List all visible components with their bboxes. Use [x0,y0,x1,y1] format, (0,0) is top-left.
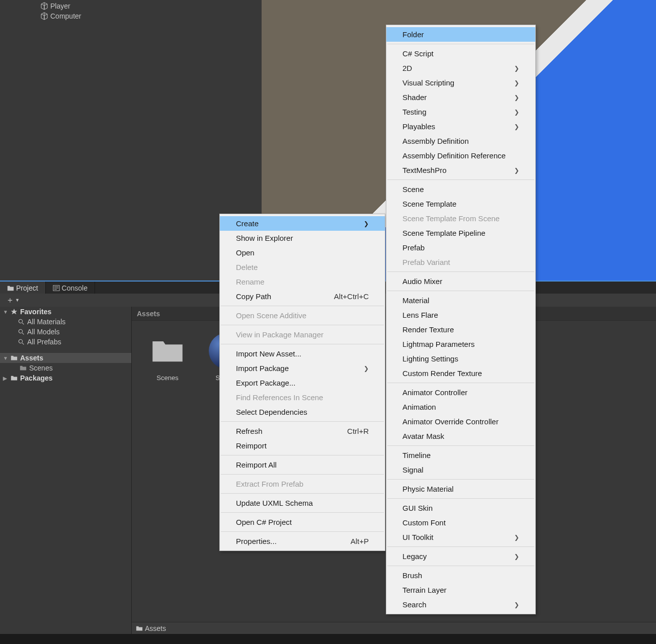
packages-section[interactable]: ▶ Packages [0,373,131,383]
tab-project[interactable]: Project [0,282,46,295]
context-menu-item[interactable]: Create❯ [220,216,385,231]
create-menu-item[interactable]: Folder [386,27,535,42]
menu-item-label: Terrain Layer [402,586,447,594]
create-menu-item[interactable]: Scene Template [386,197,535,211]
folder-icon [19,364,27,372]
hierarchy-item-player[interactable]: Player [0,1,262,11]
assets-section[interactable]: ▼ Assets [0,353,131,363]
create-menu-item[interactable]: Avatar Mask [386,429,535,443]
menu-item-label: Import Package [236,364,289,373]
menu-separator [387,479,534,480]
create-menu-item[interactable]: Scene Template Pipeline [386,226,535,240]
create-menu-item[interactable]: Prefab [386,240,535,255]
context-menu-item[interactable]: Properties...Alt+P [220,534,385,548]
hierarchy-item-computer[interactable]: Computer [0,11,262,21]
context-menu-item[interactable]: Open [220,245,385,260]
menu-item-label: Update UXML Schema [236,499,313,507]
create-menu-item[interactable]: Lens Flare [386,308,535,322]
favorite-all-materials[interactable]: All Materials [0,317,131,327]
create-menu-item[interactable]: UI Toolkit❯ [386,530,535,544]
context-menu-item[interactable]: Reimport All [220,457,385,472]
favorites-section[interactable]: ▼ Favorites [0,307,131,317]
context-menu-item[interactable]: Reimport [220,438,385,453]
create-menu-item[interactable]: Visual Scripting❯ [386,75,535,90]
menu-item-label: Audio Mixer [402,277,442,286]
create-menu-item[interactable]: TextMeshPro❯ [386,163,535,177]
create-menu-item[interactable]: Lighting Settings [386,351,535,366]
menu-shortcut: Alt+Ctrl+C [334,292,369,301]
menu-item-label: Material [402,296,429,305]
chevron-right-icon: ❯ [514,553,519,560]
section-label: Favorites [20,308,51,316]
menu-item-label: Animation [402,403,436,411]
create-menu-item[interactable]: C# Script [386,46,535,61]
folder-icon [136,625,143,632]
context-menu-item[interactable]: Update UXML Schema [220,496,385,510]
create-menu-item[interactable]: GUI Skin [386,501,535,515]
context-menu-item[interactable]: Show in Explorer [220,231,385,245]
tab-console[interactable]: Console [46,282,95,295]
menu-shortcut: Alt+P [351,537,369,545]
menu-separator [221,493,384,494]
add-button[interactable]: ＋ ▼ [4,295,22,306]
search-icon [17,328,25,336]
menu-separator [221,344,384,344]
create-menu-item[interactable]: Signal [386,463,535,477]
cube-icon [40,2,48,10]
menu-separator [221,531,384,532]
create-menu-item[interactable]: Shader❯ [386,90,535,105]
create-menu-item[interactable]: Audio Mixer [386,274,535,289]
create-menu-item[interactable]: Assembly Definition Reference [386,148,535,163]
create-menu-item[interactable]: Assembly Definition [386,134,535,148]
menu-separator [221,325,384,325]
favorite-label: All Prefabs [27,338,61,346]
chevron-right-icon: ❯ [514,94,519,101]
context-menu-item[interactable]: Open C# Project [220,515,385,529]
create-menu-item[interactable]: Lightmap Parameters [386,337,535,351]
create-menu-item[interactable]: Animator Override Controller [386,414,535,429]
menu-item-label: Open C# Project [236,518,292,526]
favorite-all-prefabs[interactable]: All Prefabs [0,337,131,347]
create-menu-item[interactable]: Terrain Layer [386,583,535,597]
context-menu-item[interactable]: Import Package❯ [220,361,385,376]
create-menu-item[interactable]: Scene [386,182,535,197]
create-menu-item[interactable]: Testing❯ [386,105,535,119]
menu-item-label: Assembly Definition [402,137,469,145]
context-menu-item[interactable]: RefreshCtrl+R [220,424,385,438]
menu-separator [221,474,384,475]
create-menu-item[interactable]: Custom Font [386,515,535,530]
create-menu-item[interactable]: Playables❯ [386,119,535,134]
assets-scenes[interactable]: Scenes [0,363,131,373]
menu-item-label: Copy Path [236,292,271,301]
context-menu-item: Rename [220,274,385,289]
project-tree: ▼ Favorites All Materials All Models All… [0,307,132,634]
favorite-all-models[interactable]: All Models [0,327,131,337]
create-menu-item[interactable]: Physic Material [386,482,535,496]
menu-separator [221,455,384,455]
menu-item-label: Find References In Scene [236,393,323,402]
context-menu-item[interactable]: Copy PathAlt+Ctrl+C [220,289,385,304]
context-menu-item[interactable]: Select Dependencies [220,405,385,419]
asset-scenes-folder[interactable]: Scenes [146,333,189,382]
menu-item-label: Physic Material [402,485,454,493]
dropdown-caret-icon: ▼ [15,298,20,303]
create-menu-item[interactable]: Legacy❯ [386,549,535,564]
menu-item-label: Show in Explorer [236,234,293,242]
create-menu-item[interactable]: Search❯ [386,597,535,612]
create-menu-item[interactable]: 2D❯ [386,61,535,75]
menu-item-label: Testing [402,108,427,116]
menu-item-label: Lightmap Parameters [402,340,474,348]
section-label: Assets [20,354,43,362]
create-menu-item[interactable]: Timeline [386,448,535,463]
context-menu-item[interactable]: Import New Asset... [220,346,385,361]
create-menu-item[interactable]: Animation [386,400,535,414]
menu-item-label: Folder [402,30,424,39]
create-menu-item[interactable]: Brush [386,568,535,583]
breadcrumb-label[interactable]: Assets [145,624,166,632]
menu-item-label: Delete [236,263,258,271]
create-menu-item[interactable]: Animator Controller [386,385,535,400]
create-menu-item[interactable]: Render Texture [386,322,535,337]
create-menu-item[interactable]: Custom Render Texture [386,366,535,381]
context-menu-item[interactable]: Export Package... [220,376,385,390]
create-menu-item[interactable]: Material [386,293,535,308]
